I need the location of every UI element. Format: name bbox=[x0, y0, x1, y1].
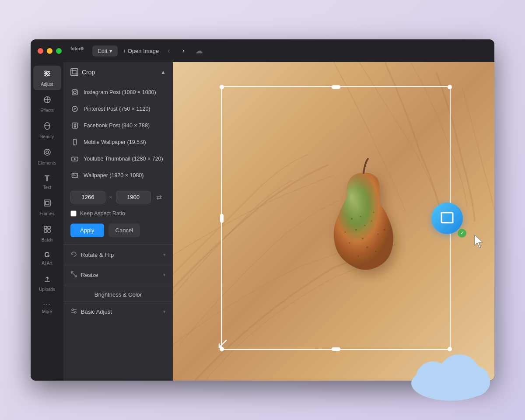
height-input[interactable] bbox=[116, 191, 151, 203]
app-logo: fotor® bbox=[70, 46, 84, 56]
svg-point-8 bbox=[46, 151, 49, 154]
svg-point-41 bbox=[351, 218, 353, 220]
elements-icon bbox=[43, 148, 52, 159]
resize-section[interactable]: Resize ▾ bbox=[63, 265, 173, 285]
sidebar-item-text[interactable]: T Text bbox=[33, 171, 61, 193]
effects-icon bbox=[43, 95, 52, 106]
pear-image bbox=[315, 155, 411, 282]
svg-point-35 bbox=[366, 246, 368, 248]
preset-label-wallpaper: Wallpaper (1920 × 1080) bbox=[84, 172, 144, 178]
svg-point-18 bbox=[76, 90, 77, 91]
svg-point-17 bbox=[74, 91, 76, 94]
svg-rect-12 bbox=[44, 226, 47, 229]
dimension-separator: × bbox=[109, 194, 112, 200]
svg-point-3 bbox=[45, 71, 47, 73]
svg-point-39 bbox=[344, 231, 346, 233]
preset-label-facebook: Facebook Post (940 × 788) bbox=[84, 122, 150, 129]
batch-label: Batch bbox=[42, 238, 53, 242]
preset-label-instagram: Instagram Post (1080 × 1080) bbox=[84, 89, 156, 95]
batch-icon bbox=[43, 225, 52, 236]
preset-item-facebook[interactable]: Facebook Post (940 × 788) bbox=[63, 117, 173, 134]
svg-point-32 bbox=[362, 238, 364, 239]
crop-section-header[interactable]: Crop ▲ bbox=[63, 62, 173, 82]
svg-point-25 bbox=[73, 174, 74, 175]
instagram-icon bbox=[70, 88, 79, 97]
ai-art-label: AI Art bbox=[42, 261, 52, 266]
preset-label-pinterest: Pinterest Post (750 × 1120) bbox=[84, 106, 150, 112]
preset-item-mobile[interactable]: Mobile Wallpaper (19.5:9) bbox=[63, 134, 173, 150]
apply-button[interactable]: Apply bbox=[70, 224, 104, 237]
sidebar-item-elements[interactable]: Elements bbox=[33, 144, 61, 169]
keep-aspect-ratio-label[interactable]: Keep Aspect Ratio bbox=[80, 210, 125, 217]
text-label: Text bbox=[43, 185, 51, 190]
svg-point-22 bbox=[74, 144, 75, 145]
adjust-icon bbox=[43, 69, 52, 80]
rotate-flip-section[interactable]: Rotate & Flip ▾ bbox=[63, 245, 173, 265]
main-content: Adjust Effects Beauty bbox=[31, 62, 494, 381]
elements-label: Elements bbox=[38, 161, 56, 165]
preset-label-mobile: Mobile Wallpaper (19.5:9) bbox=[84, 139, 146, 145]
keep-aspect-ratio-checkbox[interactable] bbox=[70, 210, 77, 217]
svg-point-38 bbox=[384, 229, 385, 231]
crop-collapse-icon[interactable]: ▲ bbox=[161, 69, 166, 75]
sidebar-item-beauty[interactable]: Beauty bbox=[33, 118, 61, 143]
svg-point-36 bbox=[357, 256, 359, 257]
minimize-button[interactable] bbox=[47, 48, 52, 54]
sidebar-item-ai-art[interactable]: G AI Art bbox=[33, 248, 61, 269]
rotate-icon bbox=[70, 251, 77, 259]
rotate-flip-label: Rotate & Flip bbox=[81, 252, 114, 258]
sidebar-item-frames[interactable]: Frames bbox=[33, 195, 61, 220]
sidebar-item-batch[interactable]: Batch bbox=[33, 221, 61, 246]
cancel-button[interactable]: Cancel bbox=[108, 224, 140, 237]
sidebar-item-more[interactable]: ··· More bbox=[33, 297, 61, 318]
frames-label: Frames bbox=[40, 211, 55, 216]
svg-point-4 bbox=[48, 73, 49, 74]
text-icon: T bbox=[45, 174, 49, 183]
uploads-icon bbox=[43, 274, 52, 285]
basic-adjust-chevron-icon: ▾ bbox=[163, 309, 166, 315]
forward-button[interactable]: › bbox=[179, 45, 188, 56]
basic-adjust-icon bbox=[70, 308, 77, 316]
sidebar-icons: Adjust Effects Beauty bbox=[31, 62, 63, 381]
adjust-label: Adjust bbox=[41, 82, 53, 87]
pinterest-icon bbox=[70, 105, 79, 113]
preset-item-youtube[interactable]: Youtube Thumbnail (1280 × 720) bbox=[63, 150, 173, 167]
canvas-area: ✓ bbox=[173, 62, 494, 381]
uploads-label: Uploads bbox=[39, 287, 55, 292]
sidebar-item-adjust[interactable]: Adjust bbox=[33, 66, 61, 90]
svg-point-29 bbox=[74, 312, 76, 313]
svg-rect-13 bbox=[48, 226, 50, 229]
mobile-icon bbox=[70, 138, 79, 147]
facebook-icon bbox=[70, 121, 79, 130]
beauty-icon bbox=[43, 122, 52, 133]
wallpaper-icon bbox=[70, 171, 79, 180]
svg-rect-15 bbox=[48, 230, 50, 232]
frames-icon bbox=[43, 199, 52, 210]
svg-point-7 bbox=[45, 122, 50, 130]
resize-label: Resize bbox=[81, 272, 98, 278]
sidebar-item-uploads[interactable]: Uploads bbox=[33, 271, 61, 295]
action-buttons: Apply Cancel bbox=[63, 222, 173, 244]
svg-rect-10 bbox=[44, 200, 50, 206]
svg-point-31 bbox=[371, 220, 372, 222]
open-image-button[interactable]: + Open Image bbox=[123, 48, 159, 54]
svg-point-28 bbox=[72, 309, 74, 311]
swap-dimensions-button[interactable]: ⇄ bbox=[154, 191, 164, 203]
preset-label-youtube: Youtube Thumbnail (1280 × 720) bbox=[84, 156, 163, 162]
dimension-row: × ⇄ bbox=[63, 186, 173, 209]
maximize-button[interactable] bbox=[56, 48, 62, 54]
preset-item-wallpaper[interactable]: Wallpaper (1920 × 1080) bbox=[63, 167, 173, 184]
svg-point-43 bbox=[360, 216, 361, 217]
effects-label: Effects bbox=[40, 108, 53, 113]
edit-menu-button[interactable]: Edit ▾ bbox=[92, 46, 117, 56]
basic-adjust-section[interactable]: Basic Adjust ▾ bbox=[63, 301, 173, 322]
back-button[interactable]: ‹ bbox=[164, 45, 173, 56]
width-input[interactable] bbox=[70, 191, 105, 203]
svg-rect-14 bbox=[44, 230, 47, 232]
preset-item-pinterest[interactable]: Pinterest Post (750 × 1120) bbox=[63, 101, 173, 117]
ai-art-icon: G bbox=[44, 251, 49, 259]
close-button[interactable] bbox=[38, 48, 43, 54]
svg-point-5 bbox=[46, 74, 47, 76]
sidebar-item-effects[interactable]: Effects bbox=[33, 92, 61, 116]
preset-item-instagram[interactable]: Instagram Post (1080 × 1080) bbox=[63, 84, 173, 101]
